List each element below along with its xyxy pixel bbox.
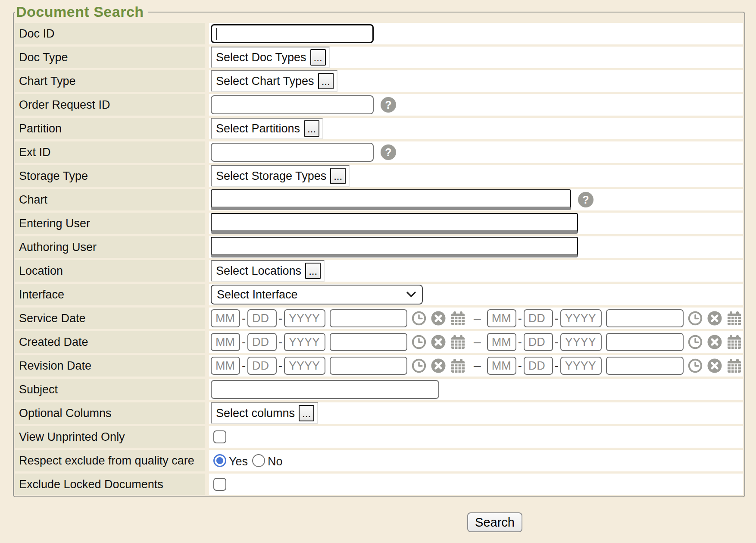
date-separator: - bbox=[242, 336, 246, 349]
location-multiselect[interactable]: Select Locations ... bbox=[211, 260, 325, 282]
row-subject: Subject bbox=[15, 379, 743, 400]
date-to-month-input[interactable] bbox=[487, 309, 516, 327]
row-doc-type: Doc Type Select Doc Types ... bbox=[15, 47, 743, 68]
ext-id-label: Ext ID bbox=[15, 141, 205, 163]
authoring-user-label: Authoring User bbox=[15, 236, 205, 258]
respect-exclude-no-label: No bbox=[268, 455, 283, 468]
range-separator: – bbox=[474, 311, 481, 326]
optional-columns-multiselect-text: Select columns bbox=[216, 407, 295, 420]
doc-type-multiselect[interactable]: Select Doc Types ... bbox=[211, 47, 330, 68]
date-to-day-input[interactable] bbox=[524, 357, 553, 375]
date-to-time-input[interactable] bbox=[606, 309, 684, 327]
range-separator: – bbox=[474, 358, 481, 373]
row-chart-type: Chart Type Select Chart Types ... bbox=[15, 70, 743, 92]
date-separator: - bbox=[278, 359, 282, 373]
date-to-year-input[interactable] bbox=[560, 357, 602, 375]
row-order-request-id: Order Request ID ? bbox=[15, 94, 743, 116]
clock-icon[interactable] bbox=[411, 334, 427, 350]
clock-icon[interactable] bbox=[411, 358, 427, 374]
clear-icon[interactable] bbox=[707, 334, 722, 350]
date-to-day-input[interactable] bbox=[524, 333, 553, 351]
calendar-icon[interactable] bbox=[726, 334, 742, 350]
date-from-month-input[interactable] bbox=[211, 333, 240, 351]
calendar-icon[interactable] bbox=[450, 358, 466, 374]
authoring-user-input[interactable] bbox=[211, 237, 578, 257]
entering-user-label: Entering User bbox=[15, 213, 205, 234]
date-to-time-input[interactable] bbox=[606, 333, 684, 351]
entering-user-input[interactable] bbox=[211, 213, 578, 234]
date-separator: - bbox=[278, 312, 282, 325]
interface-label: Interface bbox=[15, 284, 205, 305]
doc-id-input[interactable] bbox=[211, 24, 374, 43]
date-to-time-input[interactable] bbox=[606, 357, 684, 375]
calendar-icon[interactable] bbox=[726, 358, 742, 374]
partition-browse-button[interactable]: ... bbox=[304, 120, 319, 137]
date-from-year-input[interactable] bbox=[284, 309, 325, 327]
clock-icon[interactable] bbox=[687, 311, 703, 326]
date-to-month-input[interactable] bbox=[487, 333, 516, 351]
clear-icon[interactable] bbox=[431, 334, 446, 350]
search-button[interactable]: Search bbox=[467, 512, 522, 532]
location-browse-button[interactable]: ... bbox=[305, 263, 321, 279]
row-interface: Interface Select Interface bbox=[15, 284, 743, 305]
doc-type-browse-button[interactable]: ... bbox=[310, 49, 326, 66]
chart-type-multiselect-text: Select Chart Types bbox=[216, 75, 314, 88]
doc-id-label: Doc ID bbox=[15, 23, 205, 44]
row-authoring-user: Authoring User bbox=[15, 236, 743, 258]
date-from-month-input[interactable] bbox=[211, 309, 240, 327]
clear-icon[interactable] bbox=[707, 358, 722, 374]
clear-icon[interactable] bbox=[431, 358, 446, 374]
date-from-time-input[interactable] bbox=[330, 309, 407, 327]
row-revision-date: Revision Date - - – - - bbox=[15, 355, 743, 377]
date-from-day-input[interactable] bbox=[247, 333, 277, 351]
clear-icon[interactable] bbox=[431, 311, 446, 326]
help-icon[interactable]: ? bbox=[381, 97, 396, 113]
chart-type-browse-button[interactable]: ... bbox=[318, 73, 334, 89]
row-view-unprinted: View Unprinted Only bbox=[15, 426, 743, 448]
optional-columns-multiselect[interactable]: Select columns ... bbox=[211, 402, 318, 424]
date-to-month-input[interactable] bbox=[487, 357, 516, 375]
row-optional-columns: Optional Columns Select columns ... bbox=[15, 402, 743, 424]
clock-icon[interactable] bbox=[687, 358, 703, 374]
date-to-year-input[interactable] bbox=[560, 333, 602, 351]
exclude-locked-checkbox[interactable] bbox=[213, 478, 226, 491]
partition-multiselect[interactable]: Select Partitions ... bbox=[211, 118, 323, 139]
calendar-icon[interactable] bbox=[726, 311, 742, 326]
respect-exclude-no-radio[interactable] bbox=[252, 454, 265, 467]
panel-title: Document Search bbox=[15, 3, 148, 20]
interface-select[interactable]: Select Interface bbox=[211, 285, 423, 304]
date-separator: - bbox=[242, 312, 246, 325]
storage-type-multiselect[interactable]: Select Storage Types ... bbox=[211, 165, 350, 187]
optional-columns-browse-button[interactable]: ... bbox=[299, 405, 314, 421]
calendar-icon[interactable] bbox=[450, 311, 466, 326]
date-from-day-input[interactable] bbox=[247, 309, 277, 327]
date-from-day-input[interactable] bbox=[247, 357, 277, 375]
calendar-icon[interactable] bbox=[450, 334, 466, 350]
clock-icon[interactable] bbox=[687, 334, 703, 350]
chart-type-multiselect[interactable]: Select Chart Types ... bbox=[211, 70, 337, 92]
date-from-time-input[interactable] bbox=[330, 333, 407, 351]
date-from-time-input[interactable] bbox=[330, 357, 407, 375]
clock-icon[interactable] bbox=[411, 311, 427, 326]
respect-exclude-yes-radio[interactable] bbox=[213, 454, 226, 467]
help-icon[interactable]: ? bbox=[578, 192, 594, 207]
order-request-id-input[interactable] bbox=[211, 95, 374, 114]
ext-id-input[interactable] bbox=[211, 143, 374, 162]
date-from-year-input[interactable] bbox=[284, 333, 325, 351]
view-unprinted-checkbox[interactable] bbox=[213, 430, 226, 443]
date-from-month-input[interactable] bbox=[211, 357, 240, 375]
subject-input[interactable] bbox=[211, 380, 439, 399]
clear-icon[interactable] bbox=[707, 311, 722, 326]
date-from-year-input[interactable] bbox=[284, 357, 325, 375]
row-service-date: Service Date - - – - - bbox=[15, 308, 743, 329]
chart-input[interactable] bbox=[211, 189, 571, 210]
date-to-year-input[interactable] bbox=[560, 309, 602, 327]
help-icon[interactable]: ? bbox=[381, 144, 396, 160]
row-storage-type: Storage Type Select Storage Types ... bbox=[15, 165, 743, 187]
service-date-label: Service Date bbox=[15, 308, 205, 329]
row-respect-exclude: Respect exclude from quality care Yes No bbox=[15, 450, 743, 471]
date-to-day-input[interactable] bbox=[524, 309, 553, 327]
subject-label: Subject bbox=[15, 379, 205, 400]
row-location: Location Select Locations ... bbox=[15, 260, 743, 282]
storage-type-browse-button[interactable]: ... bbox=[330, 168, 346, 184]
